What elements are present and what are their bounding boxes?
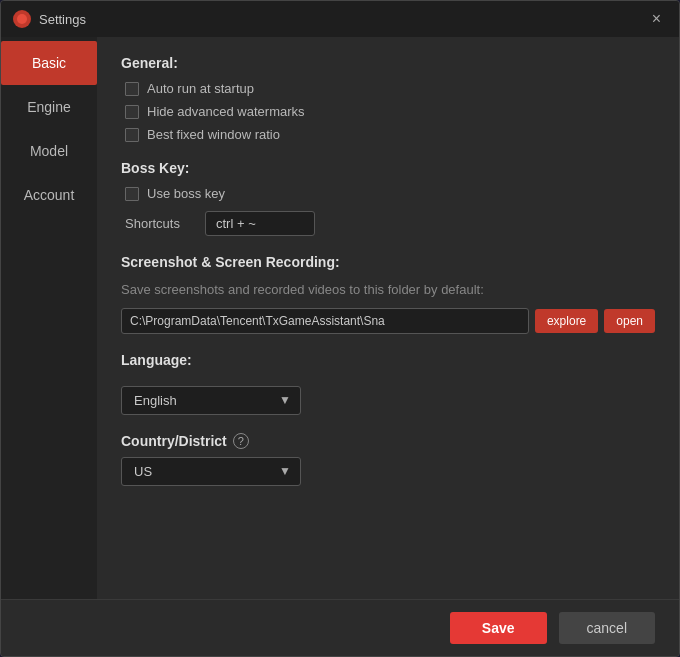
close-button[interactable]: × xyxy=(646,8,667,30)
general-section: General: Auto run at startup Hide advanc… xyxy=(121,55,655,142)
language-section: Language: English Chinese Japanese Korea… xyxy=(121,352,655,415)
sidebar-item-basic[interactable]: Basic xyxy=(1,41,97,85)
country-section: Country/District ? US China Japan Korea … xyxy=(121,433,655,486)
sidebar-item-model[interactable]: Model xyxy=(1,129,97,173)
language-dropdown-wrapper: English Chinese Japanese Korean ▼ xyxy=(121,386,301,415)
fixed-ratio-row: Best fixed window ratio xyxy=(125,127,655,142)
auto-run-checkbox[interactable] xyxy=(125,82,139,96)
shortcuts-label: Shortcuts xyxy=(125,216,195,231)
hide-watermarks-checkbox[interactable] xyxy=(125,105,139,119)
fixed-ratio-checkbox[interactable] xyxy=(125,128,139,142)
sidebar-item-account[interactable]: Account xyxy=(1,173,97,217)
main-content: General: Auto run at startup Hide advanc… xyxy=(97,37,679,599)
hide-watermarks-label: Hide advanced watermarks xyxy=(147,104,305,119)
help-icon[interactable]: ? xyxy=(233,433,249,449)
footer: Save cancel xyxy=(1,599,679,656)
screenshot-section: Screenshot & Screen Recording: Save scre… xyxy=(121,254,655,334)
fixed-ratio-label: Best fixed window ratio xyxy=(147,127,280,142)
country-dropdown-wrapper: US China Japan Korea Other ▼ xyxy=(121,457,301,486)
language-title: Language: xyxy=(121,352,655,368)
path-row: explore open xyxy=(121,308,655,334)
window-body: Basic Engine Model Account General: Auto… xyxy=(1,37,679,599)
screenshot-description: Save screenshots and recorded videos to … xyxy=(121,280,655,300)
use-boss-key-row: Use boss key xyxy=(125,186,655,201)
language-dropdown[interactable]: English Chinese Japanese Korean xyxy=(121,386,301,415)
open-button[interactable]: open xyxy=(604,309,655,333)
use-boss-key-label: Use boss key xyxy=(147,186,225,201)
title-bar: Settings × xyxy=(1,1,679,37)
country-title: Country/District xyxy=(121,433,227,449)
cancel-button[interactable]: cancel xyxy=(559,612,655,644)
save-button[interactable]: Save xyxy=(450,612,547,644)
settings-window: Settings × Basic Engine Model Account Ge… xyxy=(0,0,680,657)
auto-run-row: Auto run at startup xyxy=(125,81,655,96)
use-boss-key-checkbox[interactable] xyxy=(125,187,139,201)
boss-key-section: Boss Key: Use boss key Shortcuts xyxy=(121,160,655,236)
sidebar: Basic Engine Model Account xyxy=(1,37,97,599)
hide-watermarks-row: Hide advanced watermarks xyxy=(125,104,655,119)
auto-run-label: Auto run at startup xyxy=(147,81,254,96)
shortcuts-input[interactable] xyxy=(205,211,315,236)
general-title: General: xyxy=(121,55,655,71)
path-input[interactable] xyxy=(121,308,529,334)
window-title: Settings xyxy=(39,12,646,27)
country-dropdown[interactable]: US China Japan Korea Other xyxy=(121,457,301,486)
boss-key-title: Boss Key: xyxy=(121,160,655,176)
shortcuts-row: Shortcuts xyxy=(125,211,655,236)
country-label-row: Country/District ? xyxy=(121,433,655,449)
explore-button[interactable]: explore xyxy=(535,309,598,333)
screenshot-title: Screenshot & Screen Recording: xyxy=(121,254,655,270)
app-icon xyxy=(13,10,31,28)
sidebar-item-engine[interactable]: Engine xyxy=(1,85,97,129)
